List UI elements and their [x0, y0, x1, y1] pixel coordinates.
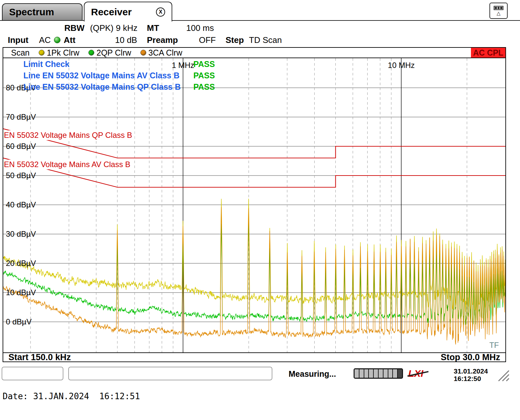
- step-value[interactable]: TD Scan: [249, 35, 282, 45]
- triangle-icon: △: [497, 11, 500, 16]
- y-axis-label: 40 dBµV: [6, 200, 36, 209]
- trace2-color-icon: [88, 50, 94, 56]
- trace-legend-2qp[interactable]: 2QP Clrw: [88, 48, 131, 58]
- trace3-color-icon: [140, 50, 146, 56]
- trace1-label: 1Pk Clrw: [47, 48, 79, 58]
- lxi-status-icon: LXI: [408, 368, 428, 379]
- softkey-box-1: [2, 367, 63, 380]
- status-time: 16:12:50: [454, 375, 488, 382]
- rbw-label: RBW: [64, 23, 84, 33]
- tab-spectrum[interactable]: Spectrum: [2, 3, 83, 20]
- progress-segment: [388, 369, 393, 378]
- input-value[interactable]: AC: [39, 35, 51, 45]
- y-axis-label: 20 dBµV: [6, 259, 36, 268]
- trace-canvas: [3, 58, 505, 352]
- scan-window: Scan 1Pk Clrw 2QP Clrw 3CA Clrw AC CPL L…: [3, 47, 506, 362]
- y-axis-label: 0 dBµV: [6, 317, 32, 326]
- report-date-line: Date: 31.JAN.2024 16:12:51: [3, 391, 140, 401]
- resize-grip[interactable]: [496, 368, 510, 382]
- trace-3ca-clrw: [3, 207, 505, 345]
- tab-receiver-label: Receiver: [91, 7, 132, 18]
- softkey-box-2: [68, 367, 272, 380]
- progress-segment: [398, 369, 402, 378]
- limit-check-qp-row: Line EN 55032 Voltage Mains QP Class B P…: [23, 82, 270, 94]
- mt-label: MT: [147, 23, 159, 33]
- tab-close-icon[interactable]: X: [156, 7, 165, 17]
- y-axis-label: 50 dBµV: [6, 171, 36, 180]
- limit-check-av-result: PASS: [193, 71, 215, 80]
- tab-receiver[interactable]: Receiver X: [84, 2, 172, 21]
- trace3-label: 3CA Clrw: [149, 48, 182, 58]
- ac-coupling-led-icon: [54, 37, 60, 43]
- progress-segment: [379, 369, 383, 378]
- progress-segment: [384, 369, 388, 378]
- y-axis-label: 10 dBµV: [6, 288, 36, 297]
- ac-coupling-badge: AC CPL: [471, 48, 505, 58]
- limit-check-title: Limit Check: [23, 59, 70, 70]
- att-label: Att: [64, 35, 75, 45]
- preamp-value[interactable]: OFF: [199, 35, 216, 45]
- preamp-label: Preamp: [147, 35, 178, 45]
- x-axis-label: 10 MHz: [388, 61, 415, 70]
- stop-frequency[interactable]: Stop 30.0 MHz: [441, 352, 500, 362]
- step-label: Step: [226, 35, 244, 45]
- scan-progress-bar: [354, 368, 403, 379]
- y-axis-label: 30 dBµV: [6, 230, 36, 239]
- transducer-indicator: TF: [489, 341, 499, 350]
- spectrum-plot: Limit Check PASS Line EN 55032 Voltage M…: [3, 58, 505, 352]
- progress-segment: [369, 369, 373, 378]
- tab-spectrum-label: Spectrum: [9, 7, 54, 18]
- window-icon: [494, 6, 503, 10]
- progress-segment: [359, 369, 364, 378]
- trace-legend-1pk[interactable]: 1Pk Clrw: [39, 48, 79, 58]
- trace2-label: 2QP Clrw: [97, 48, 131, 58]
- scan-header: Scan 1Pk Clrw 2QP Clrw 3CA Clrw AC CPL: [3, 48, 505, 58]
- tabs-divider: [0, 20, 520, 21]
- scan-title: Scan: [11, 48, 30, 58]
- start-frequency[interactable]: Start 150.0 kHz: [8, 352, 71, 362]
- rbw-value[interactable]: (QPK) 9 kHz: [90, 23, 137, 33]
- limit-check-qp-label: Line EN 55032 Voltage Mains QP Class B: [23, 82, 181, 93]
- limit-check-av-row: Line EN 55032 Voltage Mains AV Class B P…: [23, 71, 270, 82]
- att-value[interactable]: 10 dB: [115, 35, 137, 45]
- trace1-color-icon: [39, 50, 45, 56]
- limit-check-panel: Limit Check PASS Line EN 55032 Voltage M…: [23, 59, 270, 94]
- limit-check-result: PASS: [193, 59, 215, 69]
- limit-check-qp-result: PASS: [193, 82, 215, 92]
- progress-segment: [393, 369, 397, 378]
- status-date: 31.01.2024: [454, 367, 488, 375]
- datetime-display: 31.01.2024 16:12:50: [454, 367, 488, 382]
- y-axis-label: 60 dBµV: [6, 142, 36, 151]
- y-axis-label: 70 dBµV: [6, 112, 36, 122]
- frequency-axis-bar: Start 150.0 kHz Stop 30.0 MHz: [3, 352, 505, 361]
- smartgrid-button[interactable]: △: [489, 3, 508, 19]
- measurement-status: Measuring...: [289, 369, 336, 379]
- limit-line-label: EN 55032 Voltage Mains QP Class B: [3, 130, 135, 140]
- input-label: Input: [8, 35, 29, 45]
- progress-segment: [355, 369, 359, 378]
- progress-segment: [364, 369, 369, 378]
- trace-legend-3ca[interactable]: 3CA Clrw: [140, 48, 182, 58]
- limit-line-label: EN 55032 Voltage Mains AV Class B: [3, 160, 133, 169]
- progress-segment: [374, 369, 378, 378]
- limit-check-title-row: Limit Check PASS: [23, 59, 270, 71]
- mt-value[interactable]: 100 ms: [186, 23, 214, 33]
- limit-check-av-label: Line EN 55032 Voltage Mains AV Class B: [23, 71, 179, 82]
- receiver-app: Spectrum Receiver X △ RBW (QPK) 9 kHz MT…: [0, 0, 520, 420]
